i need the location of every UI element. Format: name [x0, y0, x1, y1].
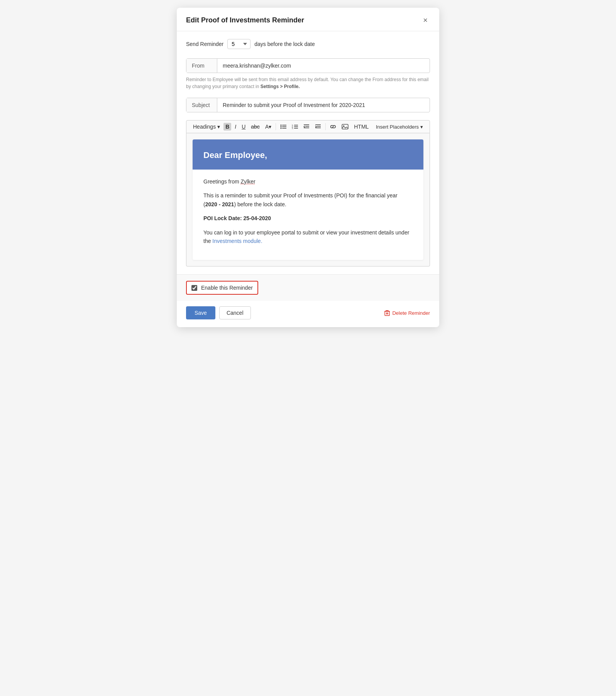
link-icon: [330, 124, 336, 129]
enable-reminder-text: Enable this Reminder: [201, 285, 253, 291]
svg-text:3.: 3.: [292, 127, 293, 129]
html-button[interactable]: HTML: [352, 123, 371, 131]
investments-module-link[interactable]: Investments module.: [212, 238, 262, 244]
toolbar-separator-1: [276, 123, 276, 130]
cancel-button[interactable]: Cancel: [219, 306, 251, 319]
subject-value: Reminder to submit your Proof of Investm…: [217, 98, 430, 112]
email-body: Greetings from Zylker This is a reminder…: [193, 170, 423, 260]
from-field-row: From meera.krishnan@zylker.com: [186, 59, 430, 73]
save-button[interactable]: Save: [186, 306, 215, 319]
send-reminder-label: Send Reminder: [186, 41, 223, 47]
indent-decrease-button[interactable]: [301, 123, 311, 131]
underline-button[interactable]: U: [240, 123, 247, 131]
email-header-banner: Dear Employee,: [193, 139, 423, 170]
from-field-group: From meera.krishnan@zylker.com: [186, 58, 430, 73]
poi-lock-date: POI Lock Date: 25-04-2020: [203, 214, 413, 222]
link-button[interactable]: [328, 123, 338, 131]
indent-decrease-icon: [303, 124, 310, 129]
subject-field-group: Subject Reminder to submit your Proof of…: [186, 98, 430, 112]
svg-rect-18: [342, 124, 348, 129]
email-body-paragraph-2: You can log in to your employee portal t…: [203, 228, 413, 246]
enable-reminder-checkbox[interactable]: [191, 285, 197, 291]
footer-section: Enable this Reminder: [177, 274, 439, 301]
indent-increase-icon: [315, 124, 321, 129]
subject-label: Subject: [186, 98, 217, 112]
image-icon: [342, 124, 349, 129]
bullet-list-icon: [280, 124, 286, 129]
numbered-list-icon: 1. 2. 3.: [292, 124, 298, 129]
image-button[interactable]: [340, 123, 350, 131]
bold-button[interactable]: B: [223, 123, 231, 131]
svg-point-0: [281, 125, 282, 126]
font-size-button[interactable]: A ▾: [263, 123, 273, 131]
subject-field-row: Subject Reminder to submit your Proof of…: [186, 98, 430, 112]
modal-title: Edit Proof of Investments Reminder: [186, 16, 304, 24]
svg-point-4: [281, 128, 282, 129]
modal-body: Send Reminder 1 2 3 4 5 7 10 15 30 days …: [177, 31, 439, 274]
email-body-paragraph-1: This is a reminder to submit your Proof …: [203, 191, 413, 209]
email-greeting: Greetings from Zylker: [203, 177, 413, 186]
headings-button[interactable]: Headings ▾: [191, 123, 222, 131]
italic-button[interactable]: I: [233, 123, 238, 131]
email-header-text: Dear Employee,: [203, 150, 413, 160]
strikethrough-button[interactable]: abc: [249, 123, 262, 131]
modal-header: Edit Proof of Investments Reminder ×: [177, 8, 439, 31]
settings-profile-link: Settings > Profile.: [261, 84, 300, 89]
email-toolbar: Headings ▾ B I U abc A ▾: [186, 120, 430, 133]
indent-increase-button[interactable]: [313, 123, 323, 131]
insert-placeholders-button[interactable]: Insert Placeholders ▾: [374, 123, 425, 131]
trash-icon: [384, 310, 390, 316]
svg-point-2: [281, 126, 282, 127]
days-after-label: days before the lock date: [254, 41, 315, 47]
action-row: Save Cancel Delete Reminder: [177, 301, 439, 327]
edit-reminder-modal: Edit Proof of Investments Reminder × Sen…: [177, 8, 439, 327]
email-preview-area: Dear Employee, Greetings from Zylker Thi…: [186, 133, 430, 267]
from-hint: Reminder to Employee will be sent from t…: [186, 76, 430, 90]
send-reminder-row: Send Reminder 1 2 3 4 5 7 10 15 30 days …: [186, 39, 430, 49]
numbered-list-button[interactable]: 1. 2. 3.: [290, 123, 300, 131]
toolbar-separator-2: [325, 123, 326, 130]
zylker-link: Zylker: [240, 178, 255, 185]
from-label: From: [186, 59, 217, 73]
close-button[interactable]: ×: [421, 15, 430, 25]
email-preview-inner: Dear Employee, Greetings from Zylker Thi…: [193, 139, 423, 260]
days-select[interactable]: 1 2 3 4 5 7 10 15 30: [227, 39, 250, 49]
enable-reminder-label[interactable]: Enable this Reminder: [186, 281, 258, 295]
delete-reminder-button[interactable]: Delete Reminder: [384, 310, 430, 316]
bullet-list-button[interactable]: [278, 123, 288, 131]
from-value: meera.krishnan@zylker.com: [217, 59, 430, 73]
